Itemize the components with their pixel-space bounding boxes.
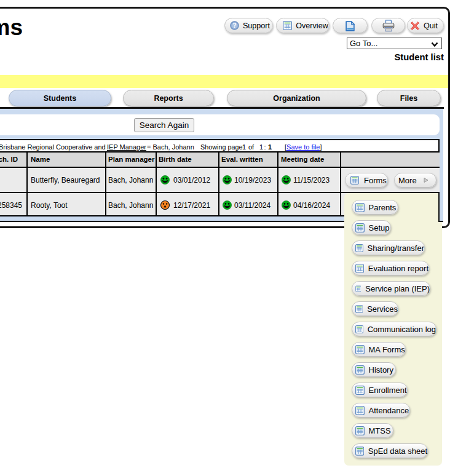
svg-text:?: ? [232,22,236,29]
